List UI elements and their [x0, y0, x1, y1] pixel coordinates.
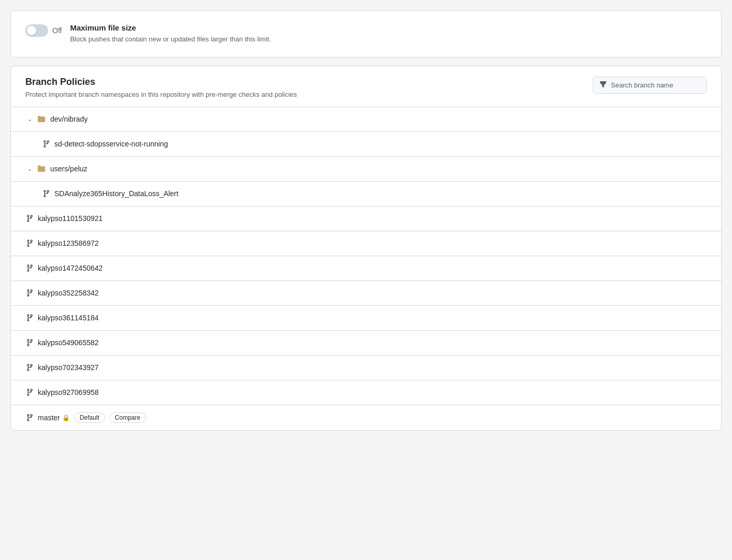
folder-row-users-peluz: ⌄ users/peluz — [11, 157, 721, 182]
max-file-size-toggle[interactable] — [25, 24, 48, 37]
branch-row-sdanalyze: SDAnalyze365History_DataLoss_Alert — [11, 182, 721, 207]
branch-row-kalypso927069958: kalypso927069958 — [11, 380, 721, 405]
expand-icon-dev-nibrady[interactable]: ⌄ — [25, 115, 34, 123]
folder-name-dev-nibrady: dev/nibrady — [50, 115, 87, 123]
branch-row-kalypso123586972: kalypso123586972 — [11, 231, 721, 256]
branch-policies-title: Branch Policies — [25, 77, 297, 87]
branch-name-kalypso1101530921: kalypso1101530921 — [38, 214, 103, 223]
branch-row-kalypso702343927: kalypso702343927 — [11, 356, 721, 380]
branch-name-kalypso702343927: kalypso702343927 — [38, 363, 99, 372]
branch-row-sd-detect: sd-detect-sdopsservice-not-running — [11, 132, 721, 157]
branch-name-kalypso549065582: kalypso549065582 — [38, 338, 99, 347]
max-file-size-row: Off Maximum file size Block pushes that … — [25, 23, 707, 45]
branch-row-kalypso1101530921: kalypso1101530921 — [11, 207, 721, 231]
branch-name-kalypso361145184: kalypso361145184 — [38, 314, 99, 322]
max-file-size-card: Off Maximum file size Block pushes that … — [10, 10, 722, 57]
branch-row-kalypso352258342: kalypso352258342 — [11, 281, 721, 306]
toggle-state-label: Off — [52, 26, 62, 35]
branch-policies-card: Branch Policies Protect important branch… — [10, 66, 722, 431]
branch-row-kalypso549065582: kalypso549065582 — [11, 331, 721, 356]
branch-search-box[interactable] — [593, 77, 707, 94]
badge-default[interactable]: Default — [74, 412, 105, 423]
branch-name-sdanalyze: SDAnalyze365History_DataLoss_Alert — [54, 189, 179, 198]
branch-name-master: master — [38, 414, 60, 422]
max-file-size-description: Block pushes that contain new or updated… — [70, 34, 271, 45]
toggle-knob — [27, 26, 36, 35]
branch-policies-header: Branch Policies Protect important branch… — [11, 66, 721, 107]
branch-search-input[interactable] — [611, 81, 700, 89]
branch-name-sd-detect: sd-detect-sdopsservice-not-running — [54, 140, 168, 148]
expand-icon-users-peluz[interactable]: ⌄ — [25, 165, 34, 173]
branch-icon-master — [25, 414, 34, 422]
folder-name-users-peluz: users/peluz — [50, 165, 87, 173]
branch-row-kalypso1472450642: kalypso1472450642 — [11, 256, 721, 281]
folder-icon-dev-nibrady — [37, 114, 46, 124]
branch-icon-kalypso549065582 — [25, 338, 34, 347]
branch-icon-kalypso927069958 — [25, 388, 34, 396]
branch-icon-kalypso361145184 — [25, 314, 34, 322]
branch-row-master: master 🔒 Default Compare — [11, 405, 721, 430]
max-file-size-info: Maximum file size Block pushes that cont… — [70, 23, 271, 45]
lock-icon-master: 🔒 — [62, 414, 70, 421]
badge-compare[interactable]: Compare — [109, 412, 146, 423]
branch-list: ⌄ dev/nibrady sd-detect-sdopsservice-not… — [11, 107, 721, 430]
toggle-wrapper: Off — [25, 24, 62, 37]
branch-icon-kalypso123586972 — [25, 239, 34, 247]
max-file-size-title: Maximum file size — [70, 23, 271, 32]
branch-icon-kalypso352258342 — [25, 289, 34, 297]
branch-icon-sdanalyze — [42, 189, 50, 198]
branch-row-kalypso361145184: kalypso361145184 — [11, 306, 721, 331]
branch-icon-sd-detect — [42, 140, 50, 148]
branch-name-kalypso927069958: kalypso927069958 — [38, 388, 99, 396]
branch-icon-kalypso1472450642 — [25, 264, 34, 272]
branch-policies-header-left: Branch Policies Protect important branch… — [25, 77, 297, 98]
branch-name-kalypso352258342: kalypso352258342 — [38, 289, 99, 297]
branch-name-kalypso123586972: kalypso123586972 — [38, 239, 99, 247]
search-icon — [599, 81, 607, 90]
branch-icon-kalypso702343927 — [25, 363, 34, 372]
folder-row-dev-nibrady: ⌄ dev/nibrady — [11, 107, 721, 132]
branch-name-kalypso1472450642: kalypso1472450642 — [38, 264, 103, 272]
folder-icon-users-peluz — [37, 164, 46, 173]
branch-policies-subtitle: Protect important branch namespaces in t… — [25, 91, 297, 98]
branch-icon-kalypso1101530921 — [25, 214, 34, 223]
